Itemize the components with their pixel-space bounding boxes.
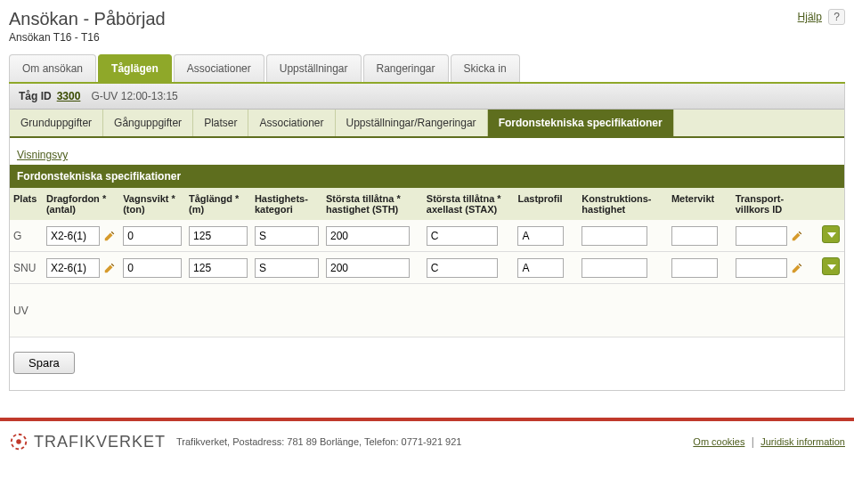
tagid-value-link[interactable]: 3300	[57, 90, 81, 102]
arrow-down-button[interactable]	[822, 257, 840, 275]
stax-input[interactable]	[427, 258, 498, 278]
pencil-icon[interactable]	[103, 262, 116, 274]
brand-logo: TRAFIKVERKET	[9, 432, 166, 451]
table-row: UV	[10, 284, 844, 337]
col-sth: Största tillåtna * hastighet (STH)	[322, 188, 423, 220]
brand-text: TRAFIKVERKET	[34, 433, 166, 451]
visningsvy-link[interactable]: Visningsvy	[10, 145, 75, 165]
lastprofil-input[interactable]	[517, 226, 564, 246]
tagid-time: G-UV 12:00-13:15	[91, 90, 177, 102]
help-link[interactable]: Hjälp	[798, 11, 822, 23]
vagnsvikt-input[interactable]	[123, 258, 182, 278]
pencil-icon[interactable]	[791, 262, 803, 274]
page-title: Ansökan - Påbörjad	[9, 9, 166, 29]
trafikverket-logo-icon	[9, 432, 28, 451]
dragfordon-input[interactable]	[46, 226, 100, 246]
konstr-input[interactable]	[582, 258, 647, 278]
taglangd-input[interactable]	[189, 226, 248, 246]
link-om-cookies[interactable]: Om cookies	[693, 436, 744, 447]
table-row: G	[10, 220, 844, 252]
hastighets-input[interactable]	[255, 226, 319, 246]
separator: |	[752, 435, 754, 448]
subtab-uppstallningar-rangeringar[interactable]: Uppställningar/Rangeringar	[336, 110, 488, 136]
tagid-label: Tåg ID	[19, 90, 52, 102]
plats-cell: UV	[10, 284, 43, 337]
konstr-input[interactable]	[582, 226, 647, 246]
col-vagnsvikt: Vagnsvikt * (ton)	[119, 188, 185, 220]
subtab-ganguppgifter[interactable]: Gånguppgifter	[103, 110, 193, 136]
lastprofil-input[interactable]	[517, 258, 564, 278]
col-stax: Största tillåtna * axellast (STAX)	[423, 188, 515, 220]
stax-input[interactable]	[427, 226, 498, 246]
col-transport: Transport-villkors ID	[732, 188, 818, 220]
help-button[interactable]: ?	[828, 9, 845, 25]
col-konstr: Konstruktions-hastighet	[578, 188, 668, 220]
plats-cell: G	[10, 220, 43, 252]
col-hastighets: Hastighets-kategori	[251, 188, 322, 220]
taglangd-input[interactable]	[189, 258, 248, 278]
table-row: SNU	[10, 252, 844, 284]
subtab-associationer[interactable]: Associationer	[248, 110, 335, 136]
subtab-fordonstekniska[interactable]: Fordonstekniska specifikationer	[488, 110, 674, 136]
subtab-platser[interactable]: Platser	[193, 110, 248, 136]
footer-address: Trafikverket, Postadress: 781 89 Borläng…	[176, 436, 461, 447]
tab-om-ansokan[interactable]: Om ansökan	[9, 54, 96, 82]
arrow-down-button[interactable]	[822, 225, 840, 243]
vagnsvikt-input[interactable]	[123, 226, 182, 246]
col-taglangd: Tåglängd * (m)	[185, 188, 251, 220]
tab-taglagen[interactable]: Tåglägen	[98, 54, 172, 82]
tab-skicka-in[interactable]: Skicka in	[451, 54, 520, 82]
tab-uppstallningar[interactable]: Uppställningar	[266, 54, 362, 82]
metervikt-input[interactable]	[671, 226, 718, 246]
transport-input[interactable]	[736, 258, 787, 278]
sub-tabs: Grunduppgifter Gånguppgifter Platser Ass…	[10, 110, 844, 138]
sth-input[interactable]	[326, 226, 410, 246]
dragfordon-input[interactable]	[46, 258, 100, 278]
link-juridisk-information[interactable]: Juridisk information	[760, 436, 845, 447]
col-metervikt: Metervikt	[668, 188, 732, 220]
col-dragfordon: Dragfordon * (antal)	[43, 188, 119, 220]
tab-associationer[interactable]: Associationer	[174, 54, 264, 82]
spec-table: Plats Dragfordon * (antal) Vagnsvikt * (…	[10, 188, 844, 337]
plats-cell: SNU	[10, 252, 43, 284]
save-button[interactable]: Spara	[13, 352, 75, 374]
tab-rangeringar[interactable]: Rangeringar	[363, 54, 449, 82]
col-plats: Plats	[10, 188, 43, 220]
metervikt-input[interactable]	[671, 258, 718, 278]
svg-point-1	[16, 439, 21, 444]
main-tabs: Om ansökan Tåglägen Associationer Uppstä…	[9, 54, 845, 84]
sth-input[interactable]	[326, 258, 410, 278]
tagid-bar: Tåg ID 3300 G-UV 12:00-13:15	[10, 84, 844, 110]
pencil-icon[interactable]	[791, 230, 803, 242]
pencil-icon[interactable]	[103, 230, 116, 242]
col-lastprofil: Lastprofil	[514, 188, 578, 220]
page-subtitle: Ansökan T16 - T16	[9, 31, 845, 44]
subtab-grunduppgifter[interactable]: Grunduppgifter	[10, 110, 103, 136]
transport-input[interactable]	[736, 226, 787, 246]
hastighets-input[interactable]	[255, 258, 319, 278]
section-title: Fordonstekniska specifikationer	[10, 165, 844, 188]
